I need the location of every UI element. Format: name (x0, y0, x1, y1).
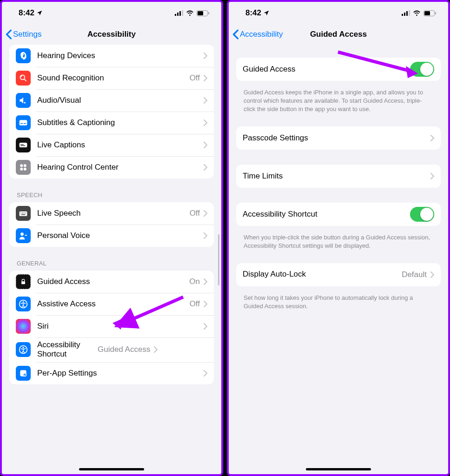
row-live-speech[interactable]: Live Speech Off (9, 202, 214, 225)
chevron-right-icon (204, 301, 207, 307)
wifi-icon (186, 10, 194, 16)
back-button[interactable]: Accessibility (232, 24, 283, 45)
svg-rect-0 (175, 14, 176, 16)
svg-rect-15 (20, 145, 25, 146)
perapp-icon (16, 366, 31, 381)
row-label: Hearing Devices (37, 51, 204, 60)
svg-rect-14 (20, 144, 24, 145)
row-label: Personal Voice (37, 231, 204, 240)
row-display-auto-lock[interactable]: Display Auto-Lock Default (236, 263, 441, 286)
row-label: Siri (37, 322, 204, 331)
svg-rect-25 (21, 214, 25, 215)
chevron-right-icon (204, 164, 207, 171)
chevron-right-icon (204, 142, 207, 148)
row-detail: Off (190, 73, 200, 83)
svg-rect-42 (424, 11, 430, 15)
svg-rect-6 (208, 12, 209, 14)
wifi-icon (413, 10, 421, 16)
screenshot-accessibility-settings: 8:42 Settings Accessibility Hearing Devi (0, 0, 223, 476)
cellular-icon (175, 10, 183, 16)
svg-rect-43 (435, 12, 436, 14)
row-per-app-settings[interactable]: Per-App Settings (9, 362, 214, 384)
svg-rect-12 (24, 123, 26, 124)
chevron-right-icon (204, 97, 207, 104)
accessibility-icon (16, 342, 31, 357)
status-time: 8:42 (245, 8, 261, 18)
svg-rect-10 (20, 120, 27, 126)
group-autolock: Display Auto-Lock Default (236, 263, 441, 286)
nav-header: Settings Accessibility (2, 24, 221, 45)
status-bar: 8:42 (229, 2, 448, 24)
row-hearing-control-center[interactable]: Hearing Control Center (9, 156, 214, 178)
status-bar: 8:42 (2, 2, 221, 24)
keyboard-icon (16, 206, 31, 221)
row-label: Hearing Control Center (37, 163, 204, 172)
battery-icon (197, 10, 209, 16)
row-detail: On (189, 277, 200, 286)
section-header-speech: SPEECH (9, 182, 214, 202)
cc-icon (16, 115, 31, 130)
row-label: Passcode Settings (243, 133, 430, 143)
row-detail: Off (190, 209, 200, 218)
row-personal-voice[interactable]: Personal Voice (9, 225, 214, 247)
autolock-description: Set how long it takes your iPhone to aut… (236, 290, 441, 317)
chevron-right-icon (204, 53, 207, 59)
row-sound-recognition[interactable]: Sound Recognition Off (9, 67, 214, 89)
row-assistive-access[interactable]: Assistive Access Off (9, 293, 214, 315)
svg-rect-17 (24, 164, 26, 167)
svg-rect-20 (20, 212, 27, 216)
group-guided-toggle: Guided Access (236, 58, 441, 81)
home-indicator[interactable] (306, 468, 371, 470)
svg-rect-3 (182, 10, 183, 16)
chevron-right-icon (204, 210, 207, 217)
row-guided-access-toggle[interactable]: Guided Access (236, 58, 441, 81)
back-button[interactable]: Settings (6, 24, 41, 45)
chevron-right-icon (204, 370, 207, 377)
chevron-right-icon (204, 75, 207, 81)
status-time: 8:42 (19, 8, 34, 18)
row-label: Sound Recognition (37, 73, 190, 83)
group-timelimits: Time Limits (236, 165, 441, 188)
row-guided-access[interactable]: Guided Access On (9, 271, 214, 293)
row-accessibility-shortcut-toggle[interactable]: Accessibility Shortcut (236, 203, 441, 226)
hearing-control-icon (16, 160, 31, 175)
chevron-left-icon (232, 29, 239, 40)
group-speech: Live Speech Off Personal Voice (9, 202, 214, 247)
svg-point-23 (24, 212, 25, 213)
siri-icon (16, 319, 31, 334)
row-label: Guided Access (243, 65, 410, 74)
live-captions-icon (16, 138, 31, 152)
av-icon (16, 93, 31, 108)
svg-rect-1 (177, 13, 179, 16)
group-general: Guided Access On Assistive Access Off Si… (9, 271, 214, 384)
row-label: Subtitles & Captioning (37, 118, 204, 127)
svg-point-22 (22, 212, 23, 213)
row-siri[interactable]: Siri (9, 315, 214, 337)
row-label: Accessibility Shortcut (37, 340, 98, 359)
ear-icon (16, 48, 31, 63)
voice-icon (16, 228, 31, 243)
page-title: Accessibility (87, 30, 136, 39)
scrollbar[interactable] (218, 234, 219, 285)
row-live-captions[interactable]: Live Captions (9, 134, 214, 156)
row-accessibility-shortcut[interactable]: Accessibility Shortcut Guided Access (9, 337, 214, 362)
battery-icon (424, 10, 436, 16)
svg-point-21 (20, 212, 21, 213)
status-right (175, 10, 209, 16)
toggle-accessibility-shortcut[interactable] (410, 207, 434, 222)
row-passcode-settings[interactable]: Passcode Settings (236, 126, 441, 150)
toggle-guided-access[interactable] (410, 62, 434, 77)
home-indicator[interactable] (79, 468, 144, 470)
svg-rect-13 (20, 143, 27, 147)
row-time-limits[interactable]: Time Limits (236, 165, 441, 188)
row-audio-visual[interactable]: Audio/Visual (9, 89, 214, 112)
group-passcode: Passcode Settings (236, 126, 441, 150)
row-hearing-devices[interactable]: Hearing Devices (9, 45, 214, 67)
back-label: Settings (13, 30, 41, 39)
cellular-icon (402, 10, 410, 16)
row-detail: Guided Access (98, 345, 150, 354)
location-icon (263, 10, 270, 16)
row-subtitles-captioning[interactable]: Subtitles & Captioning (9, 112, 214, 134)
chevron-right-icon (204, 323, 207, 330)
shortcut-description: When you triple-click the side button du… (236, 230, 441, 257)
